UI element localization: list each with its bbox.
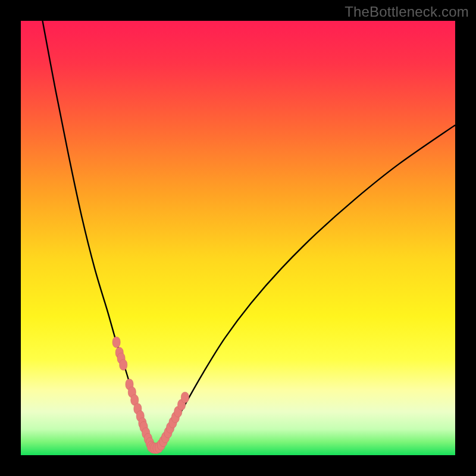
plot-area	[21, 21, 455, 455]
watermark-text: TheBottleneck.com	[345, 4, 469, 20]
highlight-dot	[181, 392, 189, 403]
chart-frame: TheBottleneck.com	[0, 0, 476, 476]
chart-svg	[21, 21, 455, 455]
bottleneck-curve	[43, 21, 456, 449]
highlight-dots-group	[112, 337, 189, 453]
highlight-dot	[112, 337, 120, 347]
highlight-dot	[120, 359, 127, 370]
